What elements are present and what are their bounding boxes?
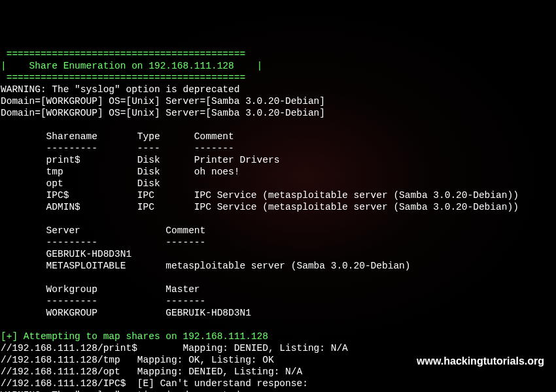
mapping-row: //192.168.111.128/opt Mapping: DENIED, L… [1, 367, 302, 377]
server-row: GEBRUIK-HD8D3N1 [1, 249, 131, 259]
terminal-output: ========================================… [1, 48, 555, 392]
header-title: | Share Enumeration on 192.168.111.128 | [1, 61, 262, 71]
mapping-row: //192.168.111.128/print$ Mapping: DENIED… [1, 343, 348, 353]
share-row: opt Disk [1, 178, 194, 189]
domain-info-2: Domain=[WORKGROUP] OS=[Unix] Server=[Sam… [1, 108, 325, 118]
watermark-text: www.hackingtutorials.org [417, 355, 544, 367]
share-row: tmp Disk oh noes! [1, 167, 239, 177]
workgroup-column-divider: --------- ------- [1, 296, 205, 306]
shares-column-header: Sharename Type Comment [1, 131, 234, 142]
mapping-row: //192.168.111.128/tmp Mapping: OK, Listi… [1, 355, 274, 365]
workgroup-column-header: Workgroup Master [1, 284, 200, 295]
server-column-header: Server Comment [1, 225, 205, 236]
header-border-top: ========================================… [1, 49, 251, 59]
share-row: print$ Disk Printer Drivers [1, 155, 279, 165]
mapping-row: //192.168.111.128/IPC$ [E] Can't underst… [1, 378, 308, 389]
server-column-divider: --------- ------- [1, 237, 205, 248]
warning-syslog: WARNING: The "syslog" option is deprecat… [1, 84, 239, 95]
share-row: ADMIN$ IPC IPC Service (metasploitable s… [1, 202, 519, 212]
share-row: IPC$ IPC IPC Service (metasploitable ser… [1, 190, 519, 201]
shares-column-divider: --------- ---- ------- [1, 143, 234, 154]
domain-info-1: Domain=[WORKGROUP] OS=[Unix] Server=[Sam… [1, 96, 325, 106]
workgroup-row: WORKGROUP GEBRUIK-HD8D3N1 [1, 308, 251, 318]
server-row: METASPLOITABLE metasploitable server (Sa… [1, 261, 411, 271]
attempt-map-shares: [+] Attempting to map shares on 192.168.… [1, 331, 268, 342]
header-border-bottom: ========================================… [1, 73, 251, 83]
